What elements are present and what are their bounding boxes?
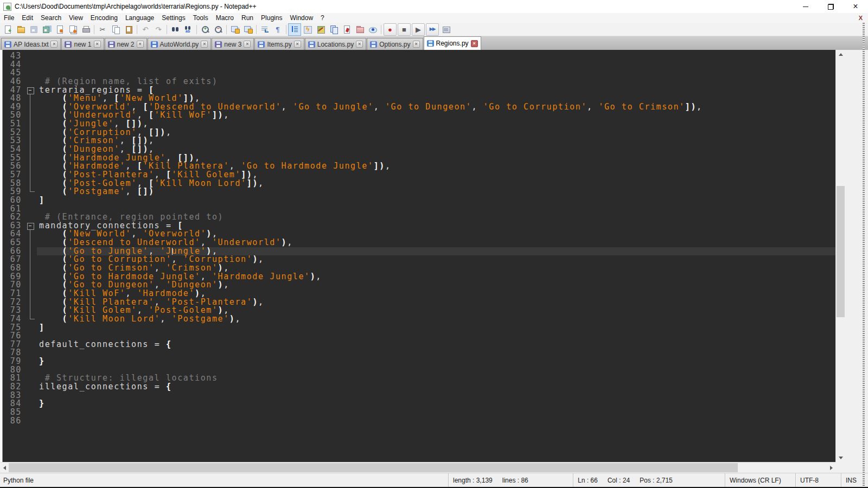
show-all-characters-button[interactable]: ¶: [271, 23, 284, 36]
menu-edit[interactable]: Edit: [18, 14, 37, 22]
menu-encoding[interactable]: Encoding: [87, 14, 122, 22]
tab-close-button[interactable]: ×: [471, 40, 478, 47]
macro-run-multiple-button[interactable]: ▶▶: [426, 23, 439, 36]
sync-horizontal-scrolling-button[interactable]: [241, 23, 254, 36]
tab-close-button[interactable]: ×: [94, 41, 101, 48]
fold-margin: [24, 179, 37, 188]
save-all-button[interactable]: [40, 23, 53, 36]
scroll-left-button[interactable]: [0, 463, 9, 473]
tab-close-button[interactable]: ×: [201, 41, 208, 48]
menu-plugins[interactable]: Plugins: [257, 14, 286, 22]
fold-toggle[interactable]: [24, 222, 37, 230]
document-map-button[interactable]: [314, 23, 327, 36]
menu-window[interactable]: Window: [286, 14, 317, 22]
undo-button[interactable]: ↶: [139, 23, 152, 36]
status-insert-mode[interactable]: INS: [841, 473, 868, 487]
replace-button[interactable]: [182, 23, 195, 36]
tab-new-3[interactable]: new 3×: [212, 38, 254, 50]
macro-record-button[interactable]: ●: [384, 23, 397, 36]
menu-view[interactable]: View: [65, 14, 87, 22]
sync-vertical-scrolling-button[interactable]: [228, 23, 241, 36]
scroll-left-icon: [3, 466, 6, 470]
menu-help[interactable]: ?: [317, 14, 328, 22]
menu-file[interactable]: File: [0, 14, 18, 22]
document-list-button[interactable]: [327, 23, 340, 36]
cut-button[interactable]: ✂: [96, 23, 109, 36]
redo-button[interactable]: ↷: [152, 23, 165, 36]
eol-label: Windows (CR LF): [730, 477, 781, 484]
fold-margin: [24, 61, 37, 69]
menu-language[interactable]: Language: [122, 14, 158, 22]
vertical-scrollbar[interactable]: [835, 50, 845, 462]
restore-icon: [828, 4, 834, 10]
tab-ap-ideas-txt[interactable]: AP Ideas.txt×: [1, 38, 61, 50]
print-button[interactable]: [79, 23, 92, 36]
copy-button[interactable]: [109, 23, 122, 36]
zoom-out-button[interactable]: [212, 23, 225, 36]
tab-autoworld-py[interactable]: AutoWorld.py×: [148, 38, 212, 50]
close-button[interactable]: ×: [843, 0, 868, 13]
vertical-scrollbar-thumb[interactable]: [837, 186, 845, 317]
menu-run[interactable]: Run: [238, 14, 257, 22]
word-wrap-button[interactable]: [258, 23, 271, 36]
close-document-x-button[interactable]: X: [859, 15, 863, 21]
document-map-icon: [316, 25, 325, 34]
status-encoding[interactable]: UTF-8: [795, 473, 841, 487]
scroll-right-button[interactable]: [827, 463, 835, 473]
fold-toggle[interactable]: [24, 86, 37, 95]
tab-close-button[interactable]: ×: [244, 41, 251, 48]
tab-close-button[interactable]: ×: [413, 41, 420, 48]
menu-settings[interactable]: Settings: [158, 14, 189, 22]
close-all-button[interactable]: [66, 23, 79, 36]
find-button[interactable]: [169, 23, 182, 36]
save-file-button[interactable]: [27, 23, 40, 36]
code-line: 75]: [3, 324, 835, 332]
tab-close-button[interactable]: ×: [50, 41, 58, 48]
function-list-button[interactable]: [301, 23, 314, 36]
close-file-button[interactable]: [53, 23, 66, 36]
horizontal-scrollbar-row: [0, 462, 868, 473]
tab-label: new 3: [224, 41, 241, 48]
tab-new-1[interactable]: new 1×: [61, 38, 104, 50]
macro-save-button[interactable]: [439, 23, 452, 36]
find-icon: [171, 25, 180, 34]
editor[interactable]: 43444546 # (Region name, list of exits)4…: [0, 50, 868, 462]
open-file-button[interactable]: [14, 23, 27, 36]
horizontal-scrollbar-thumb[interactable]: [9, 463, 738, 472]
restore-button[interactable]: [818, 0, 843, 13]
show-indent-guide-button[interactable]: [288, 23, 301, 36]
folder-as-workspace-button[interactable]: [353, 23, 366, 36]
tab-options-py[interactable]: Options.py×: [367, 38, 423, 50]
menu-items: FileEditSearchViewEncodingLanguageSettin…: [0, 13, 328, 23]
macro-stop-button[interactable]: ■: [398, 23, 411, 36]
tab-close-button[interactable]: ×: [356, 41, 363, 48]
code-text: illegal_connections = {: [37, 383, 835, 391]
new-file-button[interactable]: [1, 23, 14, 36]
scroll-down-button[interactable]: [836, 453, 846, 462]
file-icon: [65, 41, 72, 48]
menu-search[interactable]: Search: [37, 14, 65, 22]
tab-regions-py[interactable]: Regions.py×: [424, 36, 481, 50]
show-all-characters-icon: ¶: [276, 26, 280, 33]
code-text: [37, 52, 835, 61]
fold-margin: [24, 120, 37, 129]
tab-new-2[interactable]: new 2×: [105, 38, 147, 50]
macro-play-button[interactable]: ▶: [412, 23, 425, 36]
zoom-in-button[interactable]: [199, 23, 212, 36]
menu-macro[interactable]: Macro: [212, 14, 238, 22]
status-eol-format[interactable]: Windows (CR LF): [725, 473, 795, 487]
document-monitor-button[interactable]: [366, 23, 379, 36]
tab-locations-py[interactable]: Locations.py×: [305, 38, 366, 50]
tab-close-button[interactable]: ×: [137, 41, 144, 48]
tab-items-py[interactable]: Items.py×: [254, 38, 304, 50]
horizontal-scrollbar[interactable]: [0, 462, 835, 473]
paste-button[interactable]: [122, 23, 135, 36]
menu-tools[interactable]: Tools: [189, 14, 212, 22]
editor-code[interactable]: 43444546 # (Region name, list of exits)4…: [3, 50, 835, 462]
tab-label: Regions.py: [436, 40, 469, 47]
minimize-button[interactable]: [793, 0, 818, 13]
tab-close-button[interactable]: ×: [294, 41, 301, 48]
function-list-panel-button[interactable]: [340, 23, 353, 36]
scroll-up-button[interactable]: [836, 50, 846, 59]
macro-play-icon: ▶: [416, 26, 421, 33]
